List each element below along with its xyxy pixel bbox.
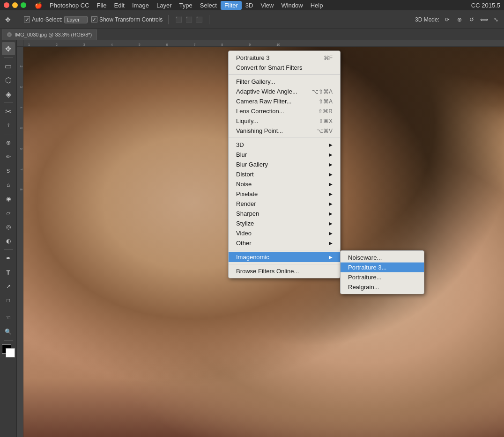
hand-tool[interactable]: ☜ [2,311,15,324]
auto-select-checkbox[interactable]: ✓ [24,16,30,22]
left-toolbar: ✥ ▭ ⬡ ◈ ✂ ⟟ ⊕ ✏ S ⌂ ◉ ▱ ◎ ◐ ✒ T ↗ □ ☜ 🔍 [0,40,17,437]
menu-item-browse-filters[interactable]: Browse Filters Online... [229,266,340,276]
transform-controls-control: ✓ Show Transform Controls [91,16,163,23]
move-tool[interactable]: ✥ [2,42,15,55]
auto-select-dropdown[interactable]: Layer [64,16,88,23]
quick-select-tool[interactable]: ◈ [2,87,15,101]
tab-close-button[interactable]: × [7,32,12,37]
menu-item-liquify[interactable]: Liquify... ⇧⌘X [229,116,340,126]
menu-window[interactable]: Window [277,1,306,10]
3d-scale-icon[interactable]: ⤡ [492,15,500,24]
toolbar-separator-2 [168,15,169,24]
align-right-icon[interactable]: ⬛ [195,15,203,24]
menu-item-video[interactable]: Video ▶ [229,228,340,238]
align-left-icon[interactable]: ⬛ [174,15,183,24]
history-brush-tool[interactable]: ⌂ [2,178,15,191]
right-toolbar: 3D Mode: ⟳ ⊕ ↺ ⟺ ⤡ [415,15,500,24]
type-tool[interactable]: T [2,266,15,279]
blur-tool[interactable]: ◎ [2,220,15,233]
gradient-tool[interactable]: ▱ [2,206,15,219]
menu-image[interactable]: Image [128,1,153,10]
menu-apple[interactable]: 🍎 [31,1,46,10]
menu-view[interactable]: View [257,1,277,10]
menu-item-vanishing-point[interactable]: Vanishing Point... ⌥⌘V [229,126,340,136]
menu-item-sharpen[interactable]: Sharpen ▶ [229,209,340,218]
ruler-horizontal: 1 2 3 4 5 6 7 8 9 10 [23,40,504,47]
menu-type[interactable]: Type [176,1,196,10]
path-select-tool[interactable]: ↗ [2,280,15,293]
healing-brush-tool[interactable]: ⊕ [2,136,15,149]
menu-item-other[interactable]: Other ▶ [229,238,340,248]
3d-rotate-icon[interactable]: ⟳ [443,15,452,24]
main-area: ✥ ▭ ⬡ ◈ ✂ ⟟ ⊕ ✏ S ⌂ ◉ ▱ ◎ ◐ ✒ T ↗ □ ☜ 🔍 [0,40,504,437]
dodge-tool[interactable]: ◐ [2,234,15,248]
menu-sep-4 [229,264,340,264]
lasso-tool[interactable]: ⬡ [2,73,15,87]
menu-item-render[interactable]: Render ▶ [229,199,340,209]
close-button[interactable] [4,2,9,8]
menu-3d[interactable]: 3D [242,1,257,10]
submenu-portraiture3[interactable]: Portraiture 3... [341,262,424,272]
menu-select[interactable]: Select [196,1,221,10]
menu-item-noise[interactable]: Noise ▶ [229,179,340,189]
menu-sep-2 [229,138,340,138]
maximize-button[interactable] [21,2,26,8]
clone-stamp-tool[interactable]: S [2,164,15,177]
brush-tool[interactable]: ✏ [2,150,15,163]
menu-item-convert-smart[interactable]: Convert for Smart Filters [229,63,340,73]
menu-item-portraiture3-top[interactable]: Portraiture 3 ⌘F [229,53,340,63]
tool-separator-3 [4,134,13,134]
main-toolbar: ✥ ✓ Auto-Select: Layer ✓ Show Transform … [0,10,504,29]
menu-item-imagenomic[interactable]: Imagenomic ▶ Noiseware... Portraiture 3.… [229,252,340,262]
menu-item-lens-correction[interactable]: Lens Correction... ⇧⌘R [229,106,340,116]
zoom-tool[interactable]: 🔍 [2,325,15,338]
fg-bg-colors[interactable] [2,344,15,357]
3d-slide-icon[interactable]: ⟺ [480,15,488,24]
tool-separator-6 [4,340,13,341]
toolbar-separator-3 [209,15,209,24]
3d-pan-icon[interactable]: ⊕ [455,15,464,24]
eyedropper-tool[interactable]: ⟟ [2,119,15,132]
move-tool-icon[interactable]: ✥ [4,15,12,24]
crop-tool[interactable]: ✂ [2,105,15,118]
align-controls: ⬛ ⬛ ⬛ [174,15,203,24]
menu-item-adaptive-wide[interactable]: Adaptive Wide Angle... ⌥⇧⌘A [229,87,340,96]
align-center-icon[interactable]: ⬛ [185,15,193,24]
submenu-realgrain[interactable]: Realgrain... [341,282,424,292]
menu-item-blur-gallery[interactable]: Blur Gallery ▶ [229,160,340,169]
menu-item-camera-raw[interactable]: Camera Raw Filter... ⇧⌘A [229,96,340,106]
toolbar-separator-1 [18,15,18,24]
menu-filter[interactable]: Filter [221,1,242,10]
menu-item-blur[interactable]: Blur ▶ [229,150,340,160]
traffic-lights [4,2,26,8]
menu-file[interactable]: File [93,1,111,10]
background-color[interactable] [6,348,15,357]
document-tab[interactable]: × IMG_0030.jpg @ 33.3% (RGB/8*) [2,29,97,40]
menu-item-filter-gallery[interactable]: Filter Gallery... [229,77,340,87]
app-version: CC 2015.5 [471,2,500,9]
menu-edit[interactable]: Edit [111,1,128,10]
3d-roll-icon[interactable]: ↺ [467,15,476,24]
menu-item-3d[interactable]: 3D ▶ [229,140,340,150]
transform-controls-checkbox[interactable]: ✓ [91,16,97,22]
tab-filename: IMG_0030.jpg @ 33.3% (RGB/8*) [15,32,92,37]
menu-item-distort[interactable]: Distort ▶ [229,169,340,179]
eraser-tool[interactable]: ◉ [2,192,15,205]
menu-item-pixelate[interactable]: Pixelate ▶ [229,189,340,199]
submenu-portraiture[interactable]: Portraiture... [341,272,424,282]
menu-help[interactable]: Help [307,1,327,10]
menu-bar: 🍎 Photoshop CC File Edit Image Layer Typ… [0,0,504,10]
menu-photoshop[interactable]: Photoshop CC [46,1,93,10]
rectangular-marquee-tool[interactable]: ▭ [2,59,15,73]
pen-tool[interactable]: ✒ [2,252,15,265]
shape-tool[interactable]: □ [2,294,15,307]
minimize-button[interactable] [12,2,18,8]
canvas-area: 1 2 3 4 5 6 7 8 9 10 2 3 4 5 6 7 8 P [17,40,504,437]
menu-item-stylize[interactable]: Stylize ▶ [229,218,340,228]
imagenomic-submenu: Noiseware... Portraiture 3... Portraitur… [340,250,424,294]
menu-layer[interactable]: Layer [153,1,176,10]
tool-separator-1 [4,57,13,58]
tool-separator-2 [4,102,13,103]
auto-select-control: ✓ Auto-Select: Layer [24,16,88,23]
submenu-noiseware[interactable]: Noiseware... [341,253,424,262]
